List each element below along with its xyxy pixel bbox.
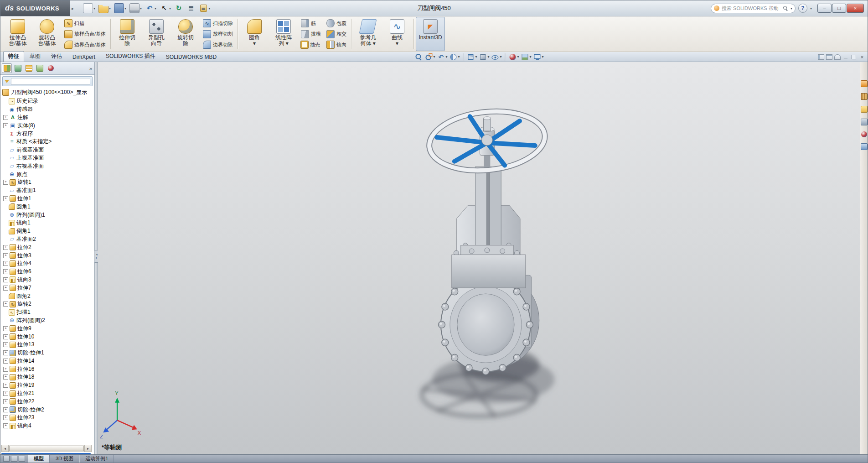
open-button[interactable]: ▾ <box>98 3 112 14</box>
expand-icon[interactable]: + <box>3 415 8 420</box>
statusbar-tab-运动算例1[interactable]: 运动算例1 <box>79 455 114 463</box>
panel-splitter[interactable]: ◂▸ <box>95 62 98 454</box>
help-dropdown-icon[interactable]: ▾ <box>810 6 812 10</box>
tree-item[interactable]: +拉伸18 <box>2 373 94 381</box>
undo-button[interactable]: ▾ <box>144 3 157 13</box>
tree-item[interactable]: +拉伸14 <box>2 357 94 365</box>
tree-item[interactable]: 基准面1 <box>2 187 94 195</box>
tree-item[interactable]: 倒角1 <box>2 227 94 235</box>
tree-item[interactable]: +拉伸7 <box>2 284 94 292</box>
expand-icon[interactable]: + <box>3 391 8 396</box>
display-style-button[interactable]: ▾ <box>478 53 490 61</box>
expand-icon[interactable]: + <box>3 269 8 274</box>
tree-item[interactable]: 阵列(圆周)2 <box>2 317 94 325</box>
linear-pattern-button[interactable]: 线性阵列 ▾ <box>269 17 298 51</box>
tree-item[interactable]: +切除-拉伸2 <box>2 406 94 414</box>
dropdown-arrow-icon[interactable]: ▾ <box>458 55 460 59</box>
tree-item[interactable]: +拉伸21 <box>2 390 94 398</box>
tab-草图[interactable]: 草图 <box>25 51 46 62</box>
tree-item[interactable]: +拉伸19 <box>2 381 94 390</box>
restore-pane-icon[interactable] <box>851 54 857 60</box>
statusbar-tab-3D 视图[interactable]: 3D 视图 <box>50 455 79 463</box>
tree-item[interactable]: 镜向1 <box>2 219 94 227</box>
displaymanager-tab-button[interactable] <box>46 63 56 73</box>
expand-icon[interactable]: + <box>3 196 8 201</box>
tree-item[interactable]: 阵列(圆周)1 <box>2 211 94 219</box>
expand-icon[interactable]: + <box>3 375 8 380</box>
menu-expand-arrow-icon[interactable]: ▸ <box>72 6 74 11</box>
dropdown-arrow-icon[interactable]: ▾ <box>124 6 126 10</box>
tab-评估[interactable]: 评估 <box>46 51 67 62</box>
dropdown-arrow-icon[interactable]: ▾ <box>140 6 142 10</box>
wrap-button[interactable]: 包覆 <box>325 18 348 28</box>
tree-item[interactable]: 基准面2 <box>2 235 94 244</box>
previous-view-button[interactable]: ▾ <box>436 53 448 61</box>
tree-item[interactable]: 方程序 <box>2 130 94 138</box>
tree-item[interactable]: 圆角1 <box>2 203 94 211</box>
tree-item[interactable]: 圆角2 <box>2 292 94 300</box>
dropdown-arrow-icon[interactable]: ▾ <box>530 55 532 59</box>
search-box[interactable]: 搜索 SOLIDWORKS 帮助 ▾ <box>711 4 796 13</box>
zoom-fit-button[interactable] <box>414 53 423 61</box>
minimize-pane-icon[interactable]: — <box>842 54 849 60</box>
featuremanager-pane-icon[interactable] <box>818 54 824 60</box>
expand-icon[interactable]: + <box>3 359 8 364</box>
edit-appearance-button[interactable]: ▾ <box>508 53 520 61</box>
statusbar-button-1[interactable] <box>3 456 10 462</box>
propertymanager-tab-button[interactable] <box>13 63 23 73</box>
expand-icon[interactable]: + <box>3 115 8 120</box>
tree-item[interactable]: +拉伸4 <box>2 260 94 268</box>
dropdown-arrow-icon[interactable]: ▾ <box>208 6 210 10</box>
tree-item[interactable]: +拉伸22 <box>2 397 94 406</box>
tree-item[interactable]: +拉伸2 <box>2 243 94 251</box>
dropdown-arrow-icon[interactable]: ▾ <box>433 55 435 59</box>
tree-item[interactable]: +拉伸13 <box>2 341 94 349</box>
filter-input[interactable] <box>11 78 90 85</box>
featuremanager-tab-button[interactable] <box>2 63 12 73</box>
split-pane-icon[interactable] <box>826 54 832 60</box>
tree-item[interactable]: 右视基准面 <box>2 162 94 170</box>
tree-item[interactable]: 历史记录 <box>2 97 94 105</box>
minimize-button[interactable]: – <box>817 4 832 13</box>
close-toolbar-icon[interactable]: × <box>859 54 865 60</box>
expand-icon[interactable]: + <box>3 180 8 185</box>
dropdown-arrow-icon[interactable]: ▾ <box>445 55 447 59</box>
instant3d-button[interactable]: Instant3D <box>416 17 445 51</box>
featuremanager-filter[interactable] <box>2 76 93 86</box>
intersect-button[interactable]: 相交 <box>325 29 348 39</box>
expand-icon[interactable]: + <box>3 261 8 266</box>
tab-特征[interactable]: 特征 <box>3 51 24 62</box>
expand-icon[interactable]: + <box>3 334 8 339</box>
dropdown-arrow-icon[interactable]: ▾ <box>475 55 477 59</box>
curves-button[interactable]: 曲线▾ <box>382 17 412 51</box>
lofted-cut-button[interactable]: 放样切割 <box>201 29 235 39</box>
file-explorer-icon[interactable] <box>861 106 868 113</box>
tree-horizontal-scrollbar[interactable]: ◂ ▸ <box>1 445 92 452</box>
tree-item[interactable]: +拉伸1 <box>2 195 94 203</box>
appearances-icon[interactable] <box>861 131 867 137</box>
view-orientation-button[interactable]: ▾ <box>466 53 477 61</box>
fillet-button[interactable]: 圆角▾ <box>240 17 269 51</box>
tree-item[interactable]: 上视基准面 <box>2 154 94 162</box>
tree-item[interactable]: 传感器 <box>2 105 94 114</box>
tree-item[interactable]: 材质 <未指定> <box>2 138 94 146</box>
hole-wizard-button[interactable]: 异型孔向导 <box>142 17 171 51</box>
loft-button[interactable]: 放样凸台/基体 <box>62 29 108 39</box>
close-button[interactable]: × <box>847 4 864 13</box>
dropdown-arrow-icon[interactable]: ▾ <box>542 55 544 59</box>
statusbar-tab-模型[interactable]: 模型 <box>28 455 50 463</box>
tree-item[interactable]: +注解 <box>2 114 94 122</box>
tree-item[interactable]: +旋转1 <box>2 178 94 187</box>
dropdown-arrow-icon[interactable]: ▾ <box>500 55 502 59</box>
revolved-cut-button[interactable]: 旋转切除 <box>171 17 200 51</box>
tree-item[interactable]: +拉伸10 <box>2 333 94 341</box>
resources-icon[interactable] <box>861 80 868 87</box>
tab-SOLIDWORKS MBD[interactable]: SOLIDWORKS MBD <box>161 52 222 62</box>
configurationmanager-tab-button[interactable] <box>24 63 34 73</box>
hide-show-items-button[interactable]: ▾ <box>491 53 502 61</box>
design-library-icon[interactable] <box>861 93 868 100</box>
tab-SOLIDWORKS 插件[interactable]: SOLIDWORKS 插件 <box>101 51 160 62</box>
dimxpertmanager-tab-button[interactable] <box>35 63 45 73</box>
file-properties-button[interactable] <box>186 3 196 13</box>
tree-item[interactable]: 前视基准面 <box>2 146 94 154</box>
